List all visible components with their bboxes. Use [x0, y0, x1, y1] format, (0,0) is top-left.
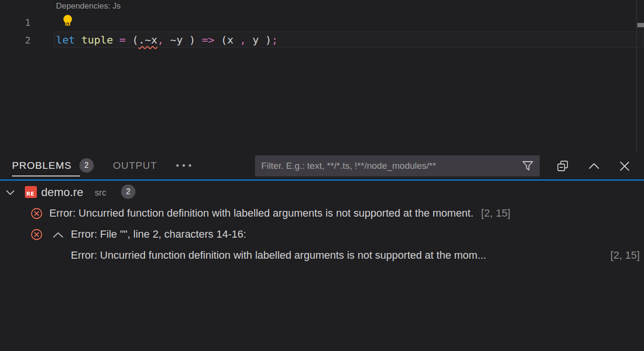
- code-token: y ): [246, 34, 271, 46]
- panel-header: PROBLEMS 2 OUTPUT: [0, 152, 644, 179]
- filter-funnel-icon[interactable]: [522, 160, 534, 172]
- code-token: let: [56, 34, 75, 46]
- code-token: tuple: [81, 34, 113, 46]
- code-token: ~y ): [164, 34, 201, 46]
- tab-problems[interactable]: PROBLEMS 2: [12, 152, 94, 178]
- code-token: [75, 34, 81, 46]
- problems-tree: RE demo.re src 2 Error: Uncurried functi…: [0, 181, 644, 351]
- lightbulb-icon[interactable]: [62, 14, 73, 28]
- code-token: (: [126, 34, 139, 46]
- error-icon: [31, 229, 43, 241]
- problem-row[interactable]: Error: Uncurried function definition wit…: [0, 203, 644, 224]
- tab-output[interactable]: OUTPUT: [113, 152, 157, 178]
- code-token-error: .~x: [138, 34, 157, 46]
- tab-output-label: OUTPUT: [113, 160, 157, 171]
- line-number-1: 1: [14, 17, 31, 28]
- maximize-panel-icon[interactable]: [588, 160, 600, 173]
- problems-filter: [255, 155, 540, 176]
- chevron-up-icon[interactable]: [53, 232, 64, 238]
- overview-ruler: [636, 0, 637, 152]
- code-token: ,: [157, 34, 164, 46]
- reason-file-icon-text: RE: [26, 191, 34, 197]
- code-line[interactable]: let tuple = (.~x, ~y ) => (x , y );: [56, 33, 278, 46]
- active-tab-underline: [12, 176, 80, 176]
- chevron-down-icon[interactable]: [6, 189, 15, 196]
- code-token: (x: [214, 34, 240, 46]
- problem-message: Error: Uncurried function definition wit…: [49, 207, 511, 219]
- restore-panel-icon[interactable]: [556, 160, 569, 173]
- error-icon: [31, 208, 43, 219]
- code-token: [113, 34, 119, 46]
- problem-position: [2, 15]: [611, 249, 640, 262]
- line-number-2: 2: [14, 34, 31, 46]
- tab-problems-label: PROBLEMS: [12, 160, 72, 171]
- file-path: src: [95, 188, 106, 198]
- problems-count-badge: 2: [79, 158, 94, 173]
- problem-message-text: Error: Uncurried function definition wit…: [49, 207, 474, 219]
- problem-position: [2, 15]: [481, 207, 511, 219]
- codelens-dependencies[interactable]: Dependencies: Js: [56, 1, 121, 11]
- problem-message: Error: File "", line 2, characters 14-16…: [71, 228, 246, 241]
- problem-message: Error: Uncurried function definition wit…: [71, 249, 486, 262]
- scrollbar-handle[interactable]: [637, 23, 644, 27]
- more-tabs-button[interactable]: [173, 159, 194, 172]
- vscode-window: Dependencies: Js 1 2 let tuple = (.~x, ~…: [0, 0, 644, 351]
- code-token: =>: [202, 34, 215, 46]
- problem-row[interactable]: Error: File "", line 2, characters 14-16…: [0, 224, 644, 245]
- ellipsis-icon: [176, 164, 192, 167]
- code-token: =: [119, 34, 125, 46]
- file-problems-count-badge: 2: [121, 185, 135, 199]
- file-name: demo.re: [41, 186, 83, 199]
- filter-input[interactable]: [255, 155, 540, 176]
- problems-file-row[interactable]: RE demo.re src 2: [0, 182, 644, 203]
- code-editor: Dependencies: Js 1 2 let tuple = (.~x, ~…: [0, 0, 644, 152]
- close-panel-icon[interactable]: [618, 160, 631, 173]
- code-token: ,: [240, 34, 246, 46]
- code-token: ;: [271, 34, 278, 46]
- problem-related-row[interactable]: Error: Uncurried function definition wit…: [0, 245, 644, 266]
- reason-file-icon: RE: [25, 186, 37, 198]
